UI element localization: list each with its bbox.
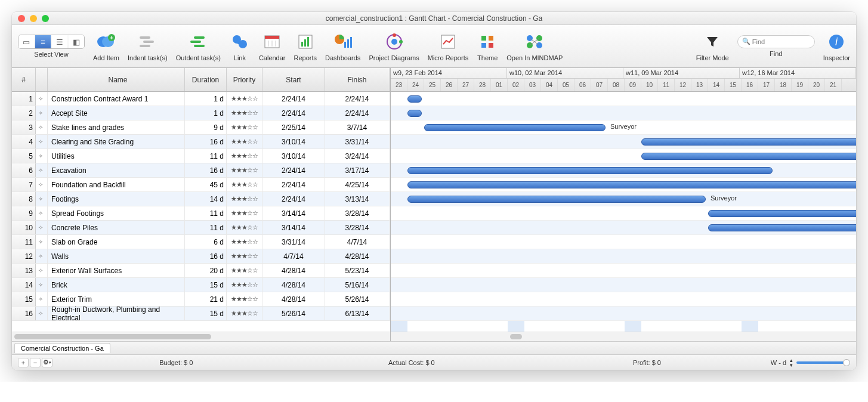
cell-finish[interactable]: 2/24/14	[325, 92, 390, 106]
cell-duration[interactable]: 1 d	[185, 92, 227, 106]
cell-priority[interactable]: ★★★☆☆	[227, 149, 262, 163]
gantt-row[interactable]	[391, 149, 856, 163]
gantt-row[interactable]	[391, 278, 856, 292]
gantt-bar[interactable]	[708, 224, 856, 231]
add-item-button[interactable]: + Add Item	[93, 31, 119, 61]
table-row[interactable]: 4✧Clearing and Site Grading16 d★★★☆☆3/10…	[12, 135, 390, 149]
cell-finish[interactable]: 3/17/14	[325, 163, 390, 177]
cell-name[interactable]: Rough-in Ductwork, Plumbing and Electric…	[48, 307, 185, 320]
cell-priority[interactable]: ★★★☆☆	[227, 120, 262, 134]
col-header-name[interactable]: Name	[48, 68, 185, 91]
gantt-row[interactable]	[391, 221, 856, 235]
cell-duration[interactable]: 15 d	[185, 278, 227, 292]
table-row[interactable]: 16✧Rough-in Ductwork, Plumbing and Elect…	[12, 307, 390, 321]
gantt-bar[interactable]	[641, 138, 856, 146]
table-row[interactable]: 6✧Excavation16 d★★★☆☆2/24/143/17/14	[12, 163, 390, 178]
table-row[interactable]: 1✧Construction Contract Award 11 d★★★☆☆2…	[12, 92, 390, 106]
cell-start[interactable]: 2/24/14	[262, 106, 325, 120]
col-header-finish[interactable]: Finish	[325, 68, 390, 91]
table-row[interactable]: 2✧Accept Site1 d★★★☆☆2/24/142/24/14	[12, 106, 390, 120]
link-button[interactable]: Link	[229, 31, 251, 61]
col-header-duration[interactable]: Duration	[185, 68, 227, 91]
cell-priority[interactable]: ★★★☆☆	[227, 278, 262, 292]
cell-finish[interactable]: 3/28/14	[325, 221, 390, 234]
cell-start[interactable]: 4/28/14	[262, 264, 325, 277]
add-row-button[interactable]: +	[18, 358, 29, 367]
indent-button[interactable]: Indent task(s)	[128, 31, 168, 61]
cell-name[interactable]: Stake lines and grades	[48, 120, 185, 134]
cell-finish[interactable]: 3/31/14	[325, 135, 390, 149]
outdent-button[interactable]: Outdent task(s)	[176, 31, 221, 61]
cell-finish[interactable]: 3/7/14	[325, 120, 390, 134]
cell-finish[interactable]: 4/7/14	[325, 235, 390, 249]
cell-start[interactable]: 4/28/14	[262, 278, 325, 292]
cell-start[interactable]: 3/10/14	[262, 135, 325, 149]
gantt-bar[interactable]	[424, 124, 606, 131]
cell-duration[interactable]: 15 d	[185, 307, 227, 320]
gantt-bar[interactable]	[407, 110, 422, 117]
cell-finish[interactable]: 5/23/14	[325, 264, 390, 277]
view-icon-a[interactable]: ▭	[18, 35, 34, 48]
view-icon-b[interactable]: ≡	[35, 35, 51, 48]
table-row[interactable]: 3✧Stake lines and grades9 d★★★☆☆2/25/143…	[12, 120, 390, 135]
cell-finish[interactable]: 3/13/14	[325, 192, 390, 206]
micro-reports-button[interactable]: Micro Reports	[428, 31, 468, 61]
gantt-bar[interactable]	[407, 181, 856, 188]
cell-priority[interactable]: ★★★☆☆	[227, 206, 262, 220]
cell-name[interactable]: Exterior Trim	[48, 292, 185, 306]
gantt-bar[interactable]	[407, 167, 773, 174]
cell-start[interactable]: 4/7/14	[262, 249, 325, 263]
cell-start[interactable]: 2/25/14	[262, 120, 325, 134]
inspector-button[interactable]: i Inspector	[823, 31, 850, 61]
table-row[interactable]: 7✧Foundation and Backfill45 d★★★☆☆2/24/1…	[12, 178, 390, 192]
cell-priority[interactable]: ★★★☆☆	[227, 163, 262, 177]
cell-priority[interactable]: ★★★☆☆	[227, 92, 262, 106]
gantt-row[interactable]	[391, 206, 856, 221]
cell-finish[interactable]: 4/25/14	[325, 178, 390, 191]
cell-duration[interactable]: 16 d	[185, 135, 227, 149]
cell-name[interactable]: Spread Footings	[48, 206, 185, 220]
gantt-row[interactable]	[391, 292, 856, 307]
cell-finish[interactable]: 2/24/14	[325, 106, 390, 120]
cell-name[interactable]: Concrete Piles	[48, 221, 185, 234]
cell-duration[interactable]: 16 d	[185, 163, 227, 177]
cell-name[interactable]: Construction Contract Award 1	[48, 92, 185, 106]
cell-start[interactable]: 2/24/14	[262, 92, 325, 106]
cell-priority[interactable]: ★★★☆☆	[227, 178, 262, 191]
cell-start[interactable]: 2/24/14	[262, 178, 325, 191]
grid-horizontal-scrollbar[interactable]	[12, 332, 390, 341]
gantt-row[interactable]	[391, 178, 856, 192]
zoom-stepper-icon[interactable]: ▴▾	[790, 358, 793, 367]
cell-duration[interactable]: 6 d	[185, 235, 227, 249]
table-row[interactable]: 11✧Slab on Grade6 d★★★☆☆3/31/144/7/14	[12, 235, 390, 249]
table-row[interactable]: 10✧Concrete Piles11 d★★★☆☆3/14/143/28/14	[12, 221, 390, 235]
filter-mode-button[interactable]: Filter Mode	[696, 31, 729, 61]
cell-start[interactable]: 5/26/14	[262, 307, 325, 320]
col-header-priority[interactable]: Priority	[227, 68, 262, 91]
cell-duration[interactable]: 11 d	[185, 206, 227, 220]
col-header-num[interactable]: #	[12, 68, 36, 91]
cell-priority[interactable]: ★★★☆☆	[227, 221, 262, 234]
cell-finish[interactable]: 6/13/14	[325, 307, 390, 320]
table-row[interactable]: 8✧Footings14 d★★★☆☆2/24/143/13/14	[12, 192, 390, 206]
cell-finish[interactable]: 3/28/14	[325, 206, 390, 220]
sheet-tab[interactable]: Comercial Construction - Ga	[14, 343, 110, 353]
zoom-knob[interactable]	[843, 359, 850, 366]
cell-name[interactable]: Foundation and Backfill	[48, 178, 185, 191]
cell-finish[interactable]: 4/28/14	[325, 249, 390, 263]
cell-name[interactable]: Brick	[48, 278, 185, 292]
cell-start[interactable]: 3/10/14	[262, 149, 325, 163]
cell-start[interactable]: 3/14/14	[262, 221, 325, 234]
cell-duration[interactable]: 11 d	[185, 221, 227, 234]
cell-priority[interactable]: ★★★☆☆	[227, 106, 262, 120]
cell-duration[interactable]: 14 d	[185, 192, 227, 206]
table-row[interactable]: 15✧Exterior Trim21 d★★★☆☆4/28/145/26/14	[12, 292, 390, 307]
cell-finish[interactable]: 5/16/14	[325, 278, 390, 292]
cell-duration[interactable]: 45 d	[185, 178, 227, 191]
cell-start[interactable]: 3/31/14	[262, 235, 325, 249]
theme-button[interactable]: Theme	[477, 31, 498, 61]
cell-name[interactable]: Footings	[48, 192, 185, 206]
gantt-row[interactable]	[391, 235, 856, 249]
cell-start[interactable]: 4/28/14	[262, 292, 325, 306]
project-diagrams-button[interactable]: Project Diagrams	[369, 31, 419, 61]
